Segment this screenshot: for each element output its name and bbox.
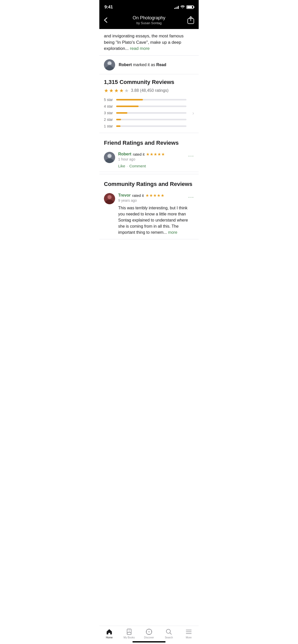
trevor-star-4: ★ [157,193,160,198]
community-review-stars: ★ ★ ★ ★ ★ [145,193,164,198]
community-ratings-title: Community Ratings and Reviews [104,181,194,187]
trevor-star-5: ★ [161,193,164,198]
rating-summary: ★ ★ ★ ★ ★ 3.88 (48,450 ratings) [104,87,194,94]
action-separator: · [127,164,128,168]
star-label-2: 2 star [104,118,114,122]
community-review-content: Trevor rated it ★ ★ ★ ★ ★ 9 years ago [118,193,194,236]
star-row-5: 5 star [104,98,186,102]
star-label-3: 3 star [104,111,114,115]
friend-review-content: Robert rated it ★ ★ ★ ★ ★ 1 hour ago [118,152,194,168]
friend-review-time: 1 hour ago [118,157,165,161]
activity-text: Robert marked it as Read [119,63,166,67]
star-row-1: 1 star [104,124,186,128]
bar-fill-5 [116,99,143,100]
friend-review-menu[interactable]: ··· [188,153,194,159]
mini-star-2: ★ [150,152,153,157]
bar-track-5 [116,99,186,100]
bar-track-3 [116,112,186,114]
like-button[interactable]: Like [118,164,125,168]
back-button[interactable] [104,17,113,23]
mini-star-1: ★ [146,152,150,157]
bar-track-1 [116,125,186,127]
separator-1 [99,133,199,133]
bar-fill-1 [116,125,120,127]
bar-track-4 [116,106,186,107]
wifi-icon [180,5,185,9]
svg-point-4 [108,62,111,65]
community-review-text: This was terribly interesting, but I thi… [118,205,194,236]
rating-stars: ★ ★ ★ ★ ★ [104,87,129,94]
community-reviews-section: 1,315 Community Reviews ★ ★ ★ ★ ★ 3.88 (… [99,74,199,128]
community-reviews-title: 1,315 Community Reviews [104,79,194,85]
review-top-row: Robert rated it ★ ★ ★ ★ ★ 1 hour ago [118,152,194,161]
mini-star-5: ★ [161,152,165,157]
read-more-link[interactable]: read more [130,46,150,51]
friend-review-stars: ★ ★ ★ ★ ★ [146,152,165,157]
separator-2 [99,174,199,174]
comment-button[interactable]: Comment [129,164,146,168]
bar-fill-4 [116,106,139,107]
user-activity: Robert marked it as Read [99,56,199,74]
robert-avatar-activity [104,59,115,70]
battery-icon [186,5,194,9]
community-review-time: 9 years ago [118,198,164,202]
nav-title-block: On Photography by Susan Sontag [113,15,185,25]
trevor-star-1: ★ [145,193,149,198]
star-2: ★ [109,87,114,94]
activity-username: Robert [119,63,132,67]
friend-review-actions: Like · Comment [118,164,194,168]
bar-fill-3 [116,112,127,114]
star-label-5: 5 star [104,98,114,102]
star-row-2: 2 star [104,118,186,122]
signal-icon [174,6,179,9]
community-review-inner: Trevor rated it ★ ★ ★ ★ ★ 9 years ago [104,193,194,236]
star-5: ★ [124,87,129,94]
community-ratings-section: Community Ratings and Reviews [99,176,199,187]
activity-label: marked it as [133,63,156,67]
svg-point-8 [108,154,111,158]
community-reviewer-info: Trevor rated it ★ ★ ★ ★ ★ 9 years ago [118,193,164,202]
friend-ratings-title: Friend Ratings and Reviews [104,140,194,146]
bar-track-2 [116,119,186,120]
svg-point-12 [108,195,111,199]
community-review-card: Trevor rated it ★ ★ ★ ★ ★ 9 years ago [99,189,199,239]
share-button[interactable] [185,16,194,24]
trevor-rated-row: Trevor rated it ★ ★ ★ ★ ★ [118,193,164,198]
friend-reviewer-info: Robert rated it ★ ★ ★ ★ ★ 1 hour ago [118,152,165,161]
review-card-inner: Robert rated it ★ ★ ★ ★ ★ 1 hour ago [104,152,194,168]
mini-star-4: ★ [157,152,161,157]
rating-value: 3.88 (48,450 ratings) [131,88,169,93]
trevor-star-2: ★ [149,193,153,198]
trevor-star-3: ★ [153,193,157,198]
star-bars: 5 star 4 star 3 star [104,98,194,128]
star-row-4: 4 star [104,104,186,108]
star-label-1: 1 star [104,124,114,128]
star-1: ★ [104,87,109,94]
trevor-avatar [104,193,115,204]
status-time: 9:41 [104,5,113,10]
community-reviewer-name[interactable]: Trevor [118,193,131,198]
trevor-rated-text: rated it [132,193,144,198]
book-author: by Susan Sontag [113,21,185,25]
nav-header: On Photography by Susan Sontag [99,13,199,29]
community-review-top: Trevor rated it ★ ★ ★ ★ ★ 9 years ago [118,193,194,202]
star-label-4: 4 star [104,104,114,108]
star-row-3: 3 star [104,111,186,115]
status-icons [174,5,194,9]
chevron-right-icon[interactable]: › [192,110,194,116]
rated-text: rated it [133,152,145,156]
star-3: ★ [114,87,119,94]
friend-review-card: Robert rated it ★ ★ ★ ★ ★ 1 hour ago [99,148,199,172]
bar-fill-2 [116,119,121,120]
friend-ratings-section: Friend Ratings and Reviews [99,135,199,146]
mini-star-3: ★ [154,152,157,157]
review-more-link[interactable]: more [168,230,177,235]
robert-avatar-review [104,152,115,163]
rated-row: Robert rated it ★ ★ ★ ★ ★ [118,152,165,157]
friend-reviewer-name[interactable]: Robert [118,152,131,156]
status-bar: 9:41 [99,0,199,13]
scroll-content: and invigorating essays, the most famous… [99,29,199,265]
description-excerpt: and invigorating essays, the most famous… [99,29,199,56]
community-review-menu[interactable]: ··· [188,194,194,200]
star-4: ★ [119,87,124,94]
